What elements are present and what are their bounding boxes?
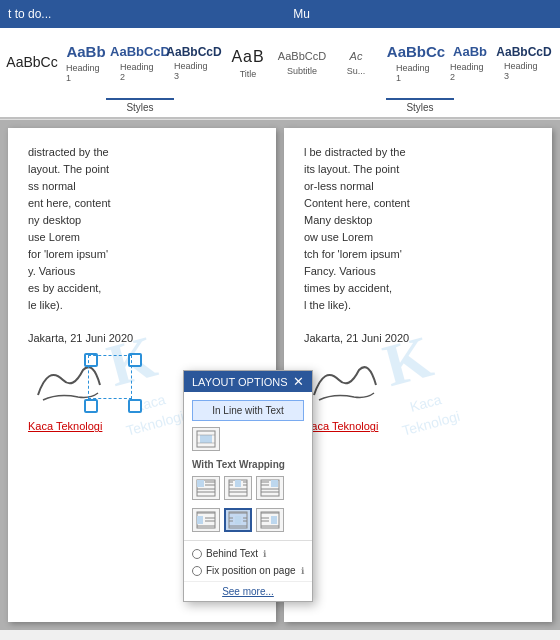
right-signature-name: Kaca Teknologi [304,418,532,435]
selection-dashed-box [88,355,132,399]
right-date: Jakarta, 21 Juni 2020 [304,330,532,347]
style-heading2[interactable]: AaBbCcD Heading 2 [114,32,166,94]
behind-text-radio[interactable] [192,549,202,559]
selection-handle-bl[interactable] [84,399,98,413]
style-normal[interactable]: AaBbCc [6,32,58,94]
svg-rect-25 [197,516,203,524]
style-title-preview: AaB [231,47,264,66]
ribbon: AaBbCc AaBb Heading 1 AaBbCcD Heading 2 … [0,28,560,120]
styles-row: AaBbCc AaBb Heading 1 AaBbCcD Heading 2 … [0,28,560,98]
wrap-icon-2[interactable] [224,476,252,500]
fix-position-info[interactable]: ℹ [301,566,304,576]
title-center-text: Mu [293,7,310,21]
style-title[interactable]: AaB Title [222,32,274,94]
style-heading2-right[interactable]: AaBb Heading 2 [444,32,496,94]
right-page-text: l be distracted by the its layout. The p… [304,144,532,314]
popup-divider [184,540,312,541]
wrap-icon-6[interactable] [256,508,284,532]
style-subtitle-preview: AaBbCcD [278,50,326,63]
popup-title: LAYOUT OPTIONS [192,376,288,388]
style-h1r-preview: AaBbCc [387,43,445,61]
inline-with-text-button[interactable]: In Line with Text [192,400,304,421]
left-date: Jakarta, 21 Juni 2020 [28,330,256,347]
style-h2r-preview: AaBb [453,44,487,60]
popup-inline-section [184,392,312,398]
popup-wrapping-section: With Text Wrapping [184,455,312,472]
style-subtle-label: Su... [347,66,366,76]
right-signature-svg [304,355,384,410]
style-subtle-preview: Ac [350,50,363,63]
wrap-icon-5[interactable] [224,508,252,532]
svg-rect-1 [200,435,212,443]
style-heading1-right[interactable]: AaBbCc Heading 1 [390,32,442,94]
right-page: l be distracted by the its layout. The p… [284,128,552,622]
title-bar-center: Mu [51,7,552,21]
style-h2-label: Heading 2 [120,62,160,82]
fix-position-label: Fix position on page ℹ [206,565,304,576]
popup-header: LAYOUT OPTIONS ✕ [184,371,312,392]
left-page-text: distracted by the layout. The point ss n… [28,144,256,314]
title-bar-left: t to do... [8,7,51,21]
title-left-text: t to do... [8,7,51,21]
behind-text-label: Behind Text ℹ [206,548,266,559]
svg-rect-19 [271,480,278,487]
style-h2-preview: AaBbCcD [110,44,170,60]
popup-fix-position-option: Fix position on page ℹ [184,562,312,579]
svg-rect-31 [235,516,241,524]
style-h3-preview: AaBbCcD [166,45,221,59]
wrapping-icons-row1 [184,472,312,504]
inline-icon-1[interactable] [192,427,220,451]
wrap-icon-1[interactable] [192,476,220,500]
style-heading3-left[interactable]: AaBbCcD Heading 3 [168,32,220,94]
style-heading3-right[interactable]: AaBbCcD Heading 3 [498,32,550,94]
style-h3r-preview: AaBbCcD [496,45,551,59]
style-heading1[interactable]: AaBb Heading 1 [60,32,112,94]
styles-label-left: Styles [106,98,173,115]
fix-position-radio[interactable] [192,566,202,576]
popup-behind-text-option: Behind Text ℹ [184,545,312,562]
inline-icons-row [184,423,312,455]
style-subtitle[interactable]: AaBbCcD Subtitle [276,32,328,94]
style-normal-preview: AaBbCc [6,54,57,71]
style-subtle[interactable]: Ac Su... [330,32,382,94]
style-h1r-label: Heading 1 [396,63,436,83]
styles-label-row: Styles Styles [0,98,560,119]
see-more-link[interactable]: See more... [184,581,312,601]
style-h1-preview: AaBb [66,43,105,61]
svg-rect-11 [235,480,241,487]
style-h2r-label: Heading 2 [450,62,490,82]
styles-label-right: Styles [386,98,453,115]
wrapping-icons-row2 [184,504,312,536]
svg-rect-5 [197,480,204,487]
wrap-icon-3[interactable] [256,476,284,500]
behind-text-info[interactable]: ℹ [263,549,266,559]
selection-handle-br[interactable] [128,399,142,413]
style-h1-label: Heading 1 [66,63,106,83]
doc-area: distracted by the layout. The point ss n… [0,120,560,630]
style-h3-label: Heading 3 [174,61,214,81]
svg-rect-39 [271,516,277,524]
style-title-right[interactable]: Aa Titl [552,32,560,94]
right-signature-area: Kaca Teknologi [304,355,532,435]
style-title-label: Title [240,69,257,79]
layout-options-popup: LAYOUT OPTIONS ✕ In Line with Text With … [183,370,313,602]
popup-close-button[interactable]: ✕ [293,375,304,388]
style-subtitle-label: Subtitle [287,66,317,76]
title-bar: t to do... Mu [0,0,560,28]
wrap-icon-4[interactable] [192,508,220,532]
style-h3r-label: Heading 3 [504,61,544,81]
